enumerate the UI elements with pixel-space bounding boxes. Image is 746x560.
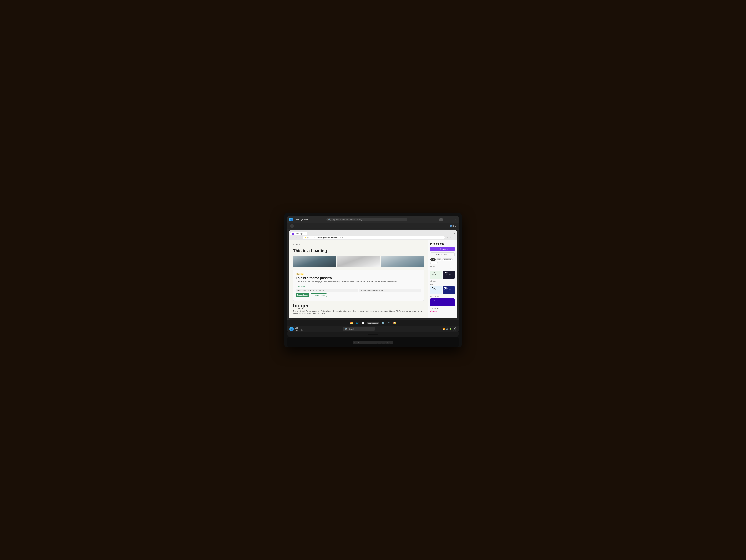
key-y[interactable]: Y <box>373 341 377 344</box>
maximize-button[interactable]: □ <box>450 218 453 221</box>
night-sky-label: Night Sky <box>430 280 455 282</box>
laptop-hinge <box>368 334 378 335</box>
back-arrow-icon: ← <box>293 243 295 246</box>
browser-close-btn[interactable]: ✕ <box>453 233 456 235</box>
key-w[interactable]: W <box>357 341 361 344</box>
windows-start-button[interactable]: ⊞ <box>304 327 309 331</box>
tab-menu-icon[interactable]: ⋮ <box>311 233 313 235</box>
browser-star-icon[interactable]: ☆ <box>446 236 449 239</box>
tab-label: gamma.app <box>295 233 303 235</box>
window-controls: ─ □ ✕ <box>446 218 457 221</box>
theme-body-screenmade: Body & Link <box>432 301 453 303</box>
key-q[interactable]: Q <box>353 341 357 344</box>
preview-link[interactable]: This is a link. <box>296 285 305 287</box>
weather-temp: 58°F <box>295 327 303 329</box>
recall-app-title: Recall (preview) <box>295 218 310 221</box>
gamma-image-snow <box>381 256 424 267</box>
theme-card-screenmade[interactable]: Title Body & Link <box>430 298 455 306</box>
generate-button[interactable]: ✦ Generate <box>430 246 455 252</box>
key-r[interactable]: R <box>365 341 369 344</box>
secondary-button[interactable]: Secondary button <box>311 293 327 297</box>
new-tab-icon[interactable]: + <box>308 233 310 235</box>
cosmos-theme-label: Cosmos <box>430 310 455 312</box>
volume-icon[interactable]: 🔊 <box>446 328 448 330</box>
close-button[interactable]: ✕ <box>454 218 457 221</box>
cosmos-check: ✓ Commons <box>430 308 455 310</box>
consultant-label: Consultant <box>430 265 455 267</box>
theme-card-consultant-light[interactable]: Title Body & Link <box>430 271 442 279</box>
taskbar-settings-icon[interactable]: ⚙️ <box>380 321 385 325</box>
pick-theme-title: Pick a theme <box>430 242 455 245</box>
theme-body-label-dark: Body & Link <box>444 273 454 275</box>
browser-tab-active[interactable]: gamma.app ✕ <box>290 232 307 235</box>
key-o[interactable]: O <box>385 341 389 344</box>
bigger-heading: bigger <box>293 303 424 309</box>
taskbar-photo-icon[interactable]: 🖼️ <box>392 321 397 325</box>
key-p[interactable]: P <box>390 341 393 344</box>
tab-close-button[interactable]: ✕ <box>305 233 306 235</box>
wifi-icon[interactable]: 📶 <box>442 328 445 330</box>
filter-colorful[interactable]: Colorful <box>430 262 437 264</box>
preview-smart-layout: This is a smart layout: it acts as a tex… <box>296 289 421 292</box>
windows-search-icon: 🔍 <box>344 327 348 330</box>
theme-body-prism: Body & Link <box>432 289 441 291</box>
browser-back-button[interactable]: ‹ <box>290 236 294 239</box>
keyboard-area: Q W E R T Y U I O P <box>287 337 459 347</box>
windows-search-bar[interactable]: 🔍 Search <box>343 327 375 331</box>
filter-light[interactable]: Light <box>436 258 442 261</box>
laptop-screen: 🔵 Recall (preview) 🔍 ─ □ ✕ ‹ <box>287 216 459 332</box>
search-icon: 🔍 <box>328 218 331 221</box>
recall-search-bar[interactable]: 🔍 <box>326 218 407 222</box>
theme-card-prism-dark[interactable]: Title Body & Link <box>443 286 455 294</box>
browser-share-icon[interactable]: ↗ <box>449 236 452 239</box>
recall-search-input[interactable] <box>332 218 405 221</box>
gamma-images-row <box>293 256 424 267</box>
shuffle-button[interactable]: ✦ Shuffle theme <box>430 253 455 257</box>
laptop-frame: 🔵 Recall (preview) 🔍 ─ □ ✕ ‹ <box>284 213 462 347</box>
taskbar-files-icon[interactable]: 🗂️ <box>349 321 354 325</box>
key-i[interactable]: I <box>381 341 385 344</box>
theme-cards-grid: Consultant Mariner Title Body & Link Tit… <box>430 265 455 306</box>
timeline-track[interactable] <box>295 226 451 226</box>
key-u[interactable]: U <box>377 341 381 344</box>
gamma-sidebar: Pick a theme ✦ Generate ✦ Shuffle theme … <box>428 240 457 318</box>
windows-statusbar: 🌧 58°F Heavy rain ⊞ 🔍 Search 📶 🔊 🔋 <box>287 326 459 332</box>
mariner-section-label: Mariner <box>443 268 455 270</box>
hello-badge: Hello 🌟 <box>296 273 304 275</box>
browser-window: gamma.app ✕ + ⋮ ─ □ ✕ <box>289 231 457 318</box>
primary-button[interactable]: Primary button <box>296 293 310 297</box>
taskbar-browser-icon[interactable]: 🌐 <box>355 321 360 325</box>
url-lock-icon: 🔒 <box>305 237 307 238</box>
timeline-thumb <box>450 225 452 227</box>
filter-dark[interactable]: Dark <box>430 258 436 261</box>
browser-url-bar[interactable]: 🔒 gamma.app/create/generate/7b6am2r43zi5… <box>303 236 444 239</box>
gamma-back-link[interactable]: ← Back <box>293 243 424 246</box>
browser-nav-bar: ‹ › ↻ 🔒 gamma.app/create/generate/7b6am2… <box>290 236 456 239</box>
theme-title-label: Title <box>432 272 441 273</box>
tab-bar-icons: + ⋮ <box>307 233 314 235</box>
browser-chrome: gamma.app ✕ + ⋮ ─ □ ✕ <box>289 231 457 240</box>
gamma-main-panel: ← Back This is a heading Hello 🌟 <box>289 240 428 318</box>
battery-icon[interactable]: 🔋 <box>449 328 452 330</box>
gamma-content: ← Back This is a heading Hello 🌟 <box>289 240 457 318</box>
browser-refresh-button[interactable]: ↻ <box>299 236 302 239</box>
filter-professional[interactable]: Professional <box>442 258 453 261</box>
timeline-back-button[interactable]: ‹ <box>290 224 294 228</box>
smart-box-1: This is a smart layout: it acts as a tex… <box>296 289 358 292</box>
key-t[interactable]: T <box>369 341 373 344</box>
weather-info: 🌧 58°F Heavy rain <box>289 327 303 331</box>
browser-restore-btn[interactable]: □ <box>451 233 453 235</box>
browser-menu-icon[interactable]: ⋮ <box>453 236 456 239</box>
recall-switch-button[interactable] <box>439 218 443 221</box>
windows-search-text: Search <box>349 328 354 330</box>
minimize-button[interactable]: ─ <box>446 218 449 221</box>
browser-minimize-btn[interactable]: ─ <box>448 233 450 235</box>
url-text: gamma.app/create/generate/7b6am2r43zi5b5… <box>308 237 344 239</box>
taskbar-store-icon[interactable]: 🛒 <box>386 321 391 325</box>
taskbar-app1-icon[interactable]: 📧 <box>361 321 366 325</box>
theme-card-mariner-dark[interactable]: Title Body & Link <box>443 271 455 279</box>
key-e[interactable]: E <box>361 341 365 344</box>
theme-card-prism-light[interactable]: Title Body & Link <box>430 286 442 294</box>
taskbar-gamma-label[interactable]: gamma.app <box>367 322 379 324</box>
browser-forward-button[interactable]: › <box>295 236 298 239</box>
